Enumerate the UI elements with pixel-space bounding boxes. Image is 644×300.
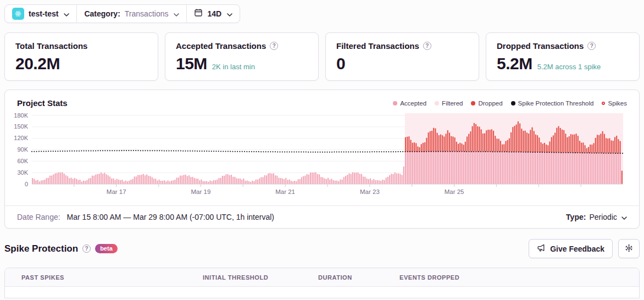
table-column-header: INITIAL THRESHOLD <box>203 274 318 281</box>
svg-text:Mar 19: Mar 19 <box>191 188 211 195</box>
project-stats-header: Project Stats AcceptedFilteredDroppedSpi… <box>5 90 639 109</box>
svg-text:150K: 150K <box>14 123 28 130</box>
give-feedback-label: Give Feedback <box>550 245 604 253</box>
legend-item[interactable]: Spikes <box>602 100 627 107</box>
project-avatar-icon <box>12 8 24 20</box>
legend-dot-icon <box>393 101 397 105</box>
gear-icon <box>624 243 634 254</box>
legend-item[interactable]: Filtered <box>435 100 463 107</box>
stat-card-value: 15M <box>176 54 207 73</box>
stat-card-subtext: 2K in last min <box>212 63 255 71</box>
legend-label: Filtered <box>442 100 463 107</box>
chart-legend: AcceptedFilteredDroppedSpike Protection … <box>393 100 627 107</box>
stat-card-title: Dropped Transactions <box>497 41 584 51</box>
date-range-selector[interactable]: 14D <box>186 5 240 23</box>
stat-card-value: 5.2M <box>497 54 532 73</box>
legend-item[interactable]: Spike Protection Threshold <box>511 100 594 107</box>
stat-card-title: Accepted Transactions <box>176 41 266 51</box>
filter-bar: test-test Category: Transactions 14D <box>4 4 240 23</box>
svg-text:60K: 60K <box>17 158 28 164</box>
legend-item[interactable]: Dropped <box>471 100 502 107</box>
legend-dot-icon <box>435 101 439 105</box>
stat-card: Total Transactions20.2M <box>4 32 158 81</box>
type-label: Type: <box>566 213 586 221</box>
type-value: Periodic <box>589 213 617 221</box>
date-range-footer-label: Date Range: <box>17 213 60 221</box>
spike-protection-section: Spike Protection beta Give Feedback <box>4 239 640 258</box>
page: test-test Category: Transactions 14D <box>0 0 644 300</box>
legend-dot-icon <box>602 102 605 105</box>
table-column-header: EVENTS DROPPED <box>399 274 639 281</box>
date-range-value: 14D <box>207 9 221 18</box>
megaphone-icon <box>537 243 546 254</box>
category-value: Transactions <box>125 9 169 18</box>
stat-card-title: Total Transactions <box>15 41 87 51</box>
table-column-header: DURATION <box>318 274 399 281</box>
stat-card-value: 20.2M <box>15 54 60 73</box>
past-spikes-table: PAST SPIKESINITIAL THRESHOLDDURATIONEVEN… <box>4 268 640 298</box>
legend-item[interactable]: Accepted <box>393 100 426 107</box>
stat-card-title: Filtered Transactions <box>336 41 419 51</box>
table-row[interactable] <box>5 287 639 298</box>
project-stats-chart[interactable]: 180K150K120K90K60K30K0Mar 17Mar 19Mar 21… <box>5 111 639 205</box>
legend-label: Spike Protection Threshold <box>518 100 594 107</box>
give-feedback-button[interactable]: Give Feedback <box>529 239 613 258</box>
calendar-icon <box>194 8 203 19</box>
beta-badge: beta <box>95 244 118 253</box>
legend-label: Accepted <box>400 100 426 107</box>
chevron-down-icon <box>227 9 232 19</box>
legend-dot-icon <box>471 101 475 105</box>
spike-protection-title: Spike Protection <box>4 243 78 254</box>
stat-card-value: 0 <box>336 54 345 73</box>
svg-text:Mar 17: Mar 17 <box>107 188 126 195</box>
help-icon[interactable] <box>270 42 278 50</box>
help-icon[interactable] <box>82 245 91 253</box>
project-name: test-test <box>29 9 58 18</box>
legend-label: Dropped <box>478 100 502 107</box>
panel-title: Project Stats <box>17 98 68 108</box>
svg-text:Mar 21: Mar 21 <box>275 188 295 195</box>
date-range-footer-value: Mar 15 8:00 AM — Mar 29 8:00 AM (-07:00 … <box>67 213 274 221</box>
stat-card: Filtered Transactions0 <box>325 32 479 81</box>
category-selector[interactable]: Category: Transactions <box>76 5 186 23</box>
svg-text:Mar 23: Mar 23 <box>360 188 380 195</box>
svg-text:180K: 180K <box>14 112 28 119</box>
type-selector[interactable]: Type: Periodic <box>566 213 627 221</box>
chevron-down-icon <box>174 9 179 19</box>
svg-text:120K: 120K <box>14 135 28 141</box>
help-icon[interactable] <box>423 42 431 50</box>
stat-card-subtext: 5.2M across 1 spike <box>537 63 601 71</box>
project-selector[interactable]: test-test <box>5 5 76 23</box>
legend-dot-icon <box>511 101 515 105</box>
chart-footer: Date Range: Mar 15 8:00 AM — Mar 29 8:00… <box>5 205 639 228</box>
table-column-header: PAST SPIKES <box>21 274 203 281</box>
svg-text:Mar 25: Mar 25 <box>445 188 464 195</box>
settings-button[interactable] <box>618 239 640 258</box>
chevron-down-icon <box>621 213 627 221</box>
help-icon[interactable] <box>587 42 596 50</box>
stat-card: Accepted Transactions15M2K in last min <box>165 32 319 81</box>
stat-card: Dropped Transactions5.2M5.2M across 1 sp… <box>486 32 640 81</box>
svg-text:90K: 90K <box>17 146 28 153</box>
project-stats-panel: Project Stats AcceptedFilteredDroppedSpi… <box>4 90 640 229</box>
table-header-row: PAST SPIKESINITIAL THRESHOLDDURATIONEVEN… <box>5 268 639 287</box>
svg-text:0: 0 <box>25 181 28 187</box>
chevron-down-icon <box>64 9 69 19</box>
svg-text:30K: 30K <box>17 169 28 176</box>
stat-cards: Total Transactions20.2MAccepted Transact… <box>4 32 640 81</box>
legend-label: Spikes <box>608 100 627 107</box>
category-label: Category: <box>84 9 120 18</box>
